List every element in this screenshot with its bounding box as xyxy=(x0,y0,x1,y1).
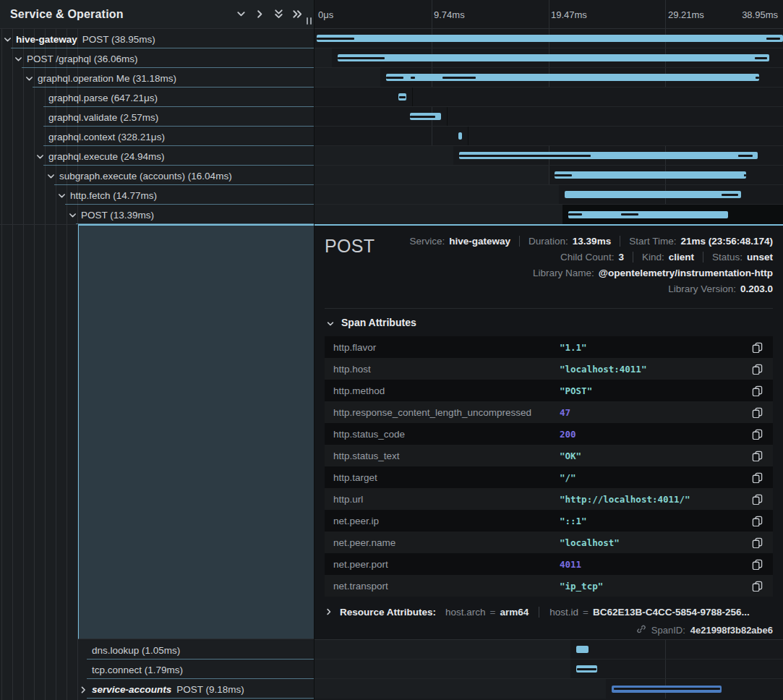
child-span-mark xyxy=(577,668,596,670)
timeline-row-graphql-context[interactable]: 328.21μs xyxy=(315,127,783,146)
attribute-value: "POST" xyxy=(560,385,750,396)
span-row-tcp-connect[interactable]: tcp.connect (1.79ms) xyxy=(0,660,314,679)
span-tree-panel: Service & Operation hive-gatewayPOST (38… xyxy=(0,0,314,700)
chevron-right-icon[interactable] xyxy=(250,5,269,24)
copy-icon[interactable] xyxy=(750,362,764,376)
chevron-right-icon[interactable] xyxy=(79,684,88,693)
span-row-graphql-validate[interactable]: graphql.validate (2.57ms) xyxy=(0,107,314,127)
span-duration-bar[interactable] xyxy=(576,646,589,653)
span-duration-bar[interactable] xyxy=(568,211,729,218)
child-span-mark xyxy=(459,155,591,157)
link-icon[interactable] xyxy=(636,624,646,636)
span-row-graphql-context[interactable]: graphql.context (328.21μs) xyxy=(0,127,314,146)
timeline-row-subgraph-execute[interactable]: 16.04ms xyxy=(315,166,783,185)
timeline-row-graphql-execute[interactable]: 24.94ms xyxy=(315,146,783,166)
timeline-row-http-fetch[interactable]: 14.77ms xyxy=(315,185,783,205)
panel-resize-handle[interactable] xyxy=(307,17,312,25)
copy-icon[interactable] xyxy=(750,405,764,419)
span-duration-bar[interactable] xyxy=(555,171,746,179)
copy-icon[interactable] xyxy=(750,557,764,571)
span-duration-bar[interactable] xyxy=(576,665,598,673)
span-row-graphql-parse[interactable]: graphql.parse (647.21μs) xyxy=(0,88,314,107)
chevron-down-icon[interactable] xyxy=(46,171,56,180)
timeline-row-post[interactable]: 13.39ms xyxy=(315,205,783,224)
detail-field-status: Status:unset xyxy=(703,252,773,262)
span-duration-bar[interactable] xyxy=(398,93,406,101)
attribute-key: net.peer.ip xyxy=(333,516,560,526)
span-duration-bar[interactable] xyxy=(338,54,769,61)
field-value: unset xyxy=(747,252,773,262)
timeline-row-dns-lookup[interactable]: 1.05ms xyxy=(315,640,783,660)
timeline-row-post[interactable]: 9.18ms xyxy=(315,679,783,699)
detail-info-line: Child Count:3Kind:clientStatus:unset xyxy=(560,249,773,265)
span-row-service-accounts-post[interactable]: service-accountsPOST (9.18ms) xyxy=(0,679,314,699)
attribute-row-http-flavor: http.flavor"1.1" xyxy=(325,336,773,358)
child-span-mark xyxy=(411,77,415,79)
child-span-mark xyxy=(338,57,385,59)
service-name: hive-gateway xyxy=(16,33,77,44)
chevron-down-icon[interactable] xyxy=(231,5,250,24)
detail-field-library-name: Library Name:@opentelemetry/instrumentat… xyxy=(533,268,773,278)
attribute-row-net-peer-port: net.peer.port4011 xyxy=(325,553,773,575)
resource-pair-host-id: host.id=BC62E13B-C4CC-5854-9788-256... xyxy=(539,607,750,618)
trace-viewer: Service & Operation hive-gatewayPOST (38… xyxy=(0,0,783,700)
span-duration-bar[interactable] xyxy=(410,113,441,120)
span-detail-panel: POST Service:hive-gatewayDuration:13.39m… xyxy=(315,224,783,640)
span-duration-bar[interactable] xyxy=(612,686,722,693)
span-attributes-header[interactable]: Span Attributes xyxy=(326,316,773,329)
attribute-value: 47 xyxy=(560,407,750,418)
copy-icon[interactable] xyxy=(750,492,764,506)
attribute-row-http-status-text: http.status_text"OK" xyxy=(325,445,773,466)
attribute-row-net-transport: net.transport"ip_tcp" xyxy=(325,575,773,597)
attribute-row-http-status-code: http.status_code200 xyxy=(325,423,773,445)
service-name: service-accounts xyxy=(92,683,171,694)
field-key: Library Version: xyxy=(668,283,736,294)
copy-icon[interactable] xyxy=(750,535,764,550)
copy-icon[interactable] xyxy=(750,448,764,463)
span-row-post[interactable]: POST (13.39ms) xyxy=(0,205,314,224)
span-row-post-graphql[interactable]: POST /graphql (36.06ms) xyxy=(0,48,314,68)
timeline-row-graphql-operation-me[interactable]: 31.18ms xyxy=(315,68,783,88)
timeline-row-post-graphql[interactable]: 36.06ms xyxy=(315,48,783,68)
span-duration-bar[interactable] xyxy=(458,132,462,140)
double-chevron-right-icon[interactable] xyxy=(288,5,307,24)
row-separator xyxy=(87,698,314,699)
attribute-value: "ip_tcp" xyxy=(560,581,750,592)
span-row-dns-lookup[interactable]: dns.lookup (1.05ms) xyxy=(0,640,314,660)
copy-icon[interactable] xyxy=(750,427,764,441)
timeline-row-graphql-validate[interactable]: 2.57ms xyxy=(315,107,783,127)
span-duration-bar[interactable] xyxy=(386,74,759,81)
tick-label: 9.74ms xyxy=(434,9,465,20)
detail-info-line: Library Name:@opentelemetry/instrumentat… xyxy=(533,265,773,281)
timeline-row-graphql-parse[interactable]: 647.21μs xyxy=(315,88,783,107)
copy-icon[interactable] xyxy=(750,470,764,485)
span-row-subgraph-execute[interactable]: subgraph.execute (accounts) (16.04ms) xyxy=(0,166,314,185)
span-row-hive-gateway-post[interactable]: hive-gatewayPOST (38.95ms) xyxy=(0,29,314,48)
copy-icon[interactable] xyxy=(750,579,764,593)
copy-icon[interactable] xyxy=(750,513,764,528)
timeline-row-tcp-connect[interactable]: 1.79ms xyxy=(315,660,783,679)
chevron-down-icon[interactable] xyxy=(68,210,77,219)
double-chevron-down-icon[interactable] xyxy=(269,5,288,24)
span-row-http-fetch[interactable]: http.fetch (14.77ms) xyxy=(0,185,314,205)
child-span-mark xyxy=(386,77,403,79)
span-duration-bar[interactable] xyxy=(565,191,741,198)
span-row-graphql-operation-me[interactable]: graphql.operation Me (31.18ms) xyxy=(0,68,314,88)
timeline-row-post[interactable]: 38.95ms xyxy=(315,29,783,48)
copy-icon[interactable] xyxy=(750,383,764,398)
resource-attributes-row[interactable]: Resource Attributes: host.arch=arm64host… xyxy=(325,605,773,618)
tick-label: 29.21ms xyxy=(668,9,704,20)
child-span-mark xyxy=(755,57,766,59)
span-row-graphql-execute[interactable]: graphql.execute (24.94ms) xyxy=(0,146,314,166)
attribute-value: "http://localhost:4011/" xyxy=(560,494,750,505)
chevron-down-icon[interactable] xyxy=(25,73,34,82)
chevron-down-icon[interactable] xyxy=(3,34,12,43)
span-duration-bar[interactable] xyxy=(317,35,783,42)
chevron-down-icon[interactable] xyxy=(14,54,23,63)
duration-label: 9.18ms xyxy=(315,679,606,699)
attribute-row-http-host: http.host"localhost:4011" xyxy=(325,358,773,380)
chevron-down-icon[interactable] xyxy=(35,151,45,161)
chevron-down-icon[interactable] xyxy=(57,190,67,200)
span-duration-bar[interactable] xyxy=(459,152,758,159)
copy-icon[interactable] xyxy=(750,340,764,354)
